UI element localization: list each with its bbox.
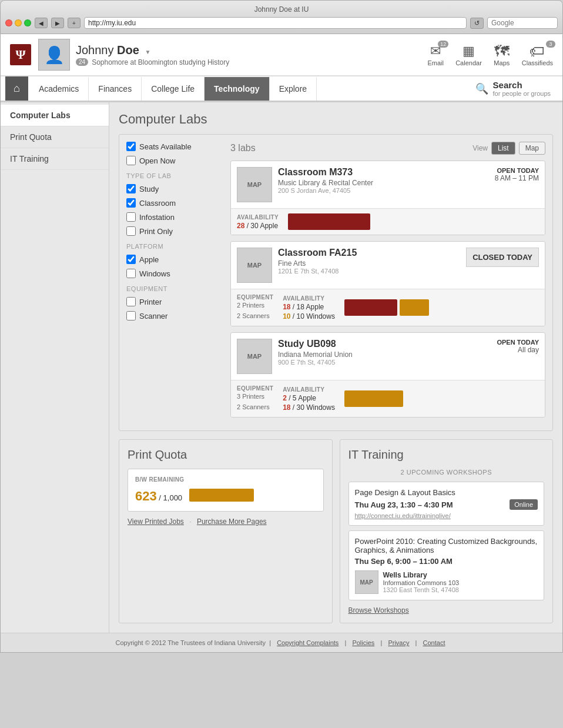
content-area: Computer Labs Print Quota IT Training Co… (1, 102, 562, 633)
it-training-heading: IT Training (348, 448, 545, 462)
lab-m373-hours: 8 AM – 11 PM (480, 174, 539, 182)
lab-ub098-info: Study UB098 Indiana Memorial Union 900 E… (278, 339, 474, 366)
lab-ub098-equipment: 3 Printers 2 Scanners (237, 392, 273, 412)
lab-fa215-apple-bar (344, 299, 397, 316)
open-now-checkbox[interactable] (126, 156, 136, 165)
email-label: Email (425, 59, 446, 66)
lab-card-m373: MAP Classroom M373 Music Library & Recit… (230, 161, 545, 235)
study-checkbox[interactable] (126, 184, 136, 193)
classifieds-label: Classifieds (522, 59, 553, 66)
search-main-text: Search (493, 80, 551, 90)
bottom-sections: Print Quota B/W REMAINING 623 / 1,000 Vi (119, 439, 553, 623)
browser-search-input[interactable] (487, 17, 558, 29)
browse-workshops-link-wrap: Browse Workshops (348, 606, 545, 615)
window-controls[interactable] (5, 19, 31, 26)
lab-m373-map[interactable]: MAP (237, 167, 272, 202)
lab-m373-location: Music Library & Recital Center (278, 179, 474, 187)
site-footer: Copyright © 2012 The Trustees of Indiana… (1, 633, 562, 652)
sidebar-item-computer-labs[interactable]: Computer Labs (1, 105, 109, 126)
sidebar-item-print-quota[interactable]: Print Quota (1, 126, 109, 148)
apple-label: Apple (139, 255, 159, 264)
refresh-button[interactable]: ↺ (470, 18, 484, 29)
lab-m373-open-label: OPEN TODAY (480, 167, 539, 174)
map-view-button[interactable]: Map (519, 142, 545, 155)
nav-search-area[interactable]: 🔍 Search for people or groups (468, 76, 558, 101)
lab-card-m373-top: MAP Classroom M373 Music Library & Recit… (231, 161, 545, 208)
classroom-checkbox[interactable] (126, 198, 136, 208)
bw-bar (189, 489, 254, 502)
search-sub-text: for people or groups (493, 90, 551, 97)
lab-fa215-status: CLOSED TODAY (466, 248, 539, 267)
infostation-checkbox[interactable] (126, 212, 136, 222)
equipment-label: EQUIPMENT (126, 285, 223, 292)
lab-ub098-avail-apple: 2 / 5 Apple (283, 394, 335, 402)
open-now-label: Open Now (139, 156, 175, 165)
lab-m373-avail-label: AVAILABILITY (237, 214, 279, 221)
apple-checkbox[interactable] (126, 255, 136, 264)
close-dot[interactable] (5, 19, 12, 26)
user-subtitle: Sophomore at Bloomington studying Histor… (92, 58, 229, 66)
lab-ub098-avail-windows: 18 / 30 Windows (283, 403, 335, 412)
footer-privacy-link[interactable]: Privacy (388, 639, 409, 646)
printer-checkbox[interactable] (126, 297, 136, 306)
nav-item-academics[interactable]: Academics (29, 77, 89, 101)
scanner-checkbox[interactable] (126, 311, 136, 320)
browser-chrome: Johnny Doe at IU ◀ ▶ + http://my.iu.edu … (0, 0, 563, 34)
print-quota-section: Print Quota B/W REMAINING 623 / 1,000 Vi (119, 439, 333, 623)
seats-available-checkbox[interactable] (126, 142, 136, 151)
workshop-2-map[interactable]: MAP (355, 570, 378, 594)
maps-icon: 🗺 (491, 43, 512, 59)
avatar: 👤 (38, 39, 70, 71)
header-icons: ✉ 12 Email ▦ Calendar 🗺 Maps 🏷 3 Classif… (425, 43, 553, 66)
minimize-dot[interactable] (15, 19, 22, 26)
lab-fa215-equip-label: EQUIPMENT (237, 294, 273, 300)
calendar-icon-button[interactable]: ▦ Calendar (455, 43, 482, 66)
email-icon-button[interactable]: ✉ 12 Email (425, 43, 446, 66)
workshop-1-link[interactable]: http://connect.iu.edu/ittraininglive/ (355, 512, 538, 519)
print-only-checkbox[interactable] (126, 226, 136, 236)
lab-ub098-map[interactable]: MAP (237, 339, 272, 374)
maximize-dot[interactable] (24, 19, 31, 26)
nav-item-college-life[interactable]: College Life (142, 77, 205, 101)
workshop-1-title: Page Design & Layout Basics (355, 488, 538, 497)
url-bar[interactable]: http://my.iu.edu (84, 17, 467, 29)
footer-copyright-complaints-link[interactable]: Copyright Complaints (277, 639, 339, 646)
print-only-label: Print Only (139, 227, 173, 236)
seats-available-label: Seats Available (139, 142, 192, 151)
iu-logo: Ψ (10, 44, 31, 65)
nav-home-button[interactable]: ⌂ (5, 76, 28, 101)
windows-checkbox[interactable] (126, 269, 136, 278)
nav-item-explore[interactable]: Explore (270, 77, 317, 101)
back-button[interactable]: ◀ (35, 18, 48, 28)
email-badge: 12 (438, 41, 448, 48)
footer-policies-link[interactable]: Policies (352, 639, 374, 646)
workshop-1-time: Thu Aug 23, 1:30 – 4:30 PM (355, 500, 453, 509)
nav-item-finances[interactable]: Finances (89, 77, 142, 101)
footer-contact-link[interactable]: Contact (423, 639, 445, 646)
forward-button[interactable]: ▶ (51, 18, 64, 28)
lab-fa215-map[interactable]: MAP (237, 248, 272, 283)
user-dropdown-arrow[interactable]: ▼ (145, 49, 150, 55)
classifieds-icon-button[interactable]: 🏷 3 Classifieds (522, 43, 553, 66)
lab-m373-bar (288, 213, 539, 230)
sidebar-item-it-training[interactable]: IT Training (1, 148, 109, 170)
workshops-count-label: 2 UPCOMING WORKSHOPS (348, 469, 545, 476)
browse-workshops-link[interactable]: Browse Workshops (348, 606, 409, 615)
new-tab-button[interactable]: + (68, 18, 81, 28)
list-view-button[interactable]: List (491, 142, 515, 155)
print-quota-heading: Print Quota (128, 448, 324, 462)
lab-card-ub098: MAP Study UB098 Indiana Memorial Union 9… (230, 332, 545, 418)
infostation-label: Infostation (139, 213, 175, 222)
workshop-2-venue: Wells Library Information Commons 103 13… (383, 571, 460, 593)
labs-count: 3 labs (230, 143, 256, 153)
nav-item-technology[interactable]: Technology (205, 77, 270, 101)
labs-list: 3 labs View List Map MAP Cl (230, 142, 545, 418)
lab-fa215-info: Classroom FA215 Fine Arts 1201 E 7th St,… (278, 248, 460, 275)
purchase-more-pages-link[interactable]: Purchase More Pages (197, 517, 267, 526)
view-printed-jobs-link[interactable]: View Printed Jobs (128, 517, 184, 526)
lab-fa215-address: 1201 E 7th St, 47408 (278, 268, 460, 275)
maps-icon-button[interactable]: 🗺 Maps (491, 43, 512, 66)
search-icon: 🔍 (475, 82, 488, 95)
site-header: Ψ 👤 Johnny Doe ▼ 24 Sophomore at Bloomin… (1, 34, 562, 76)
print-links: View Printed Jobs · Purchase More Pages (128, 517, 324, 526)
